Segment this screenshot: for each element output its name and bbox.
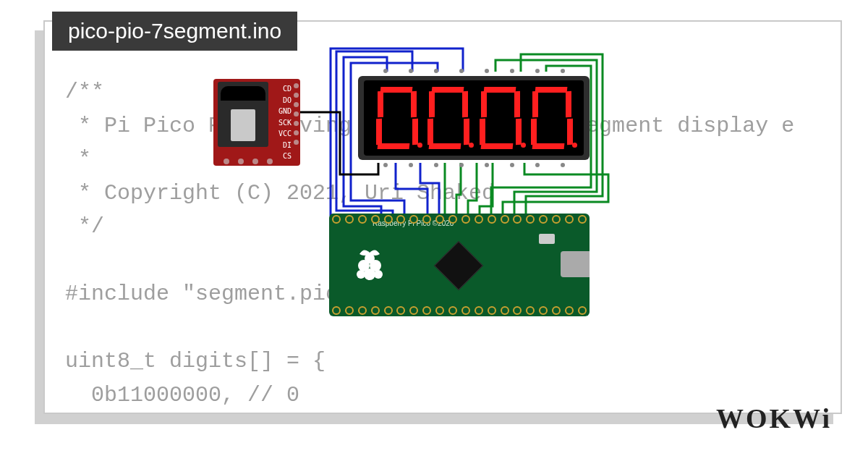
circuit-diagram[interactable]: CD DO GND SCK VCC DI CS Raspberry Pi Pic…	[206, 47, 647, 322]
code-line: /**	[65, 80, 104, 104]
sd-mount-holes	[224, 159, 273, 164]
file-tab-label: pico-pio-7segment.ino	[68, 19, 281, 43]
file-tab[interactable]: pico-pio-7segment.ino	[52, 12, 297, 51]
code-line: uint8_t digits[] = {	[65, 349, 326, 373]
sevenseg-digit-1	[426, 85, 469, 151]
sevenseg-digit-0	[375, 85, 418, 151]
pico-pins-bottom	[332, 306, 587, 315]
sd-pin-holes	[294, 83, 299, 145]
bootsel-button[interactable]	[539, 234, 555, 244]
wokwi-logo: WOKWi	[716, 402, 832, 434]
svg-point-4	[374, 270, 383, 279]
sevenseg-digit-2	[478, 85, 522, 151]
raspberry-logo-icon	[349, 244, 390, 284]
code-line: *	[65, 147, 91, 172]
usb-port-icon	[561, 251, 590, 277]
sevenseg-digit-3	[529, 85, 573, 151]
pico-pins-top	[332, 215, 587, 224]
sevenseg-pins-top	[373, 69, 575, 75]
svg-point-3	[357, 270, 365, 279]
sevenseg-pins-bottom	[373, 163, 575, 169]
seven-segment-display[interactable]	[358, 76, 590, 160]
sdcard-icon	[218, 82, 268, 147]
code-line: */	[65, 214, 104, 239]
sevenseg-screen	[364, 80, 584, 156]
raspberry-pi-pico[interactable]: Raspberry Pi Pico ©2020	[329, 214, 590, 316]
svg-point-2	[364, 269, 375, 280]
microsd-module[interactable]: CD DO GND SCK VCC DI CS	[213, 79, 300, 166]
code-line: 0b11000000, // 0	[65, 383, 299, 408]
rp2040-chip-icon	[434, 241, 483, 290]
sd-pin-labels: CD DO GND SCK VCC DI CS	[278, 83, 292, 162]
